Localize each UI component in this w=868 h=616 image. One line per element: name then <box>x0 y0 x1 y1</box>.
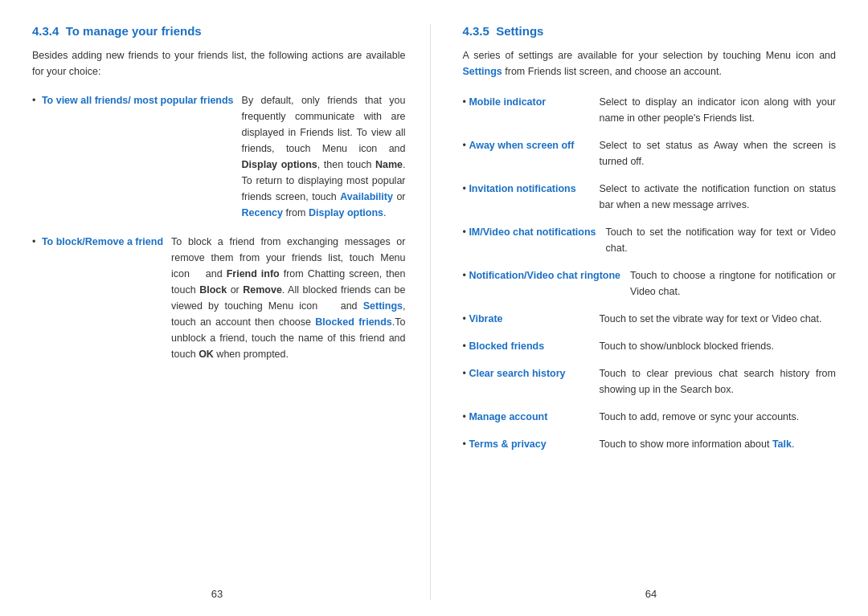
settings-desc-imvideo: Touch to set the notification way for te… <box>606 224 837 256</box>
left-section-title: 4.3.4 To manage your friends <box>32 24 406 38</box>
settings-term-blocked-friends: • Blocked friends <box>463 338 600 354</box>
page-footer: 63 64 <box>0 588 868 600</box>
settings-term-manage-account: • Manage account <box>463 409 600 425</box>
settings-desc-clear-search: Touch to clear previous chat search hist… <box>600 365 837 398</box>
settings-row-vibrate: • Vibrate Touch to set the vibrate way f… <box>463 311 837 327</box>
bullet-dot-2: • <box>32 236 35 247</box>
left-column: 4.3.4 To manage your friends Besides add… <box>32 24 431 600</box>
bullet-term-2: • To block/Remove a friend <box>32 234 171 250</box>
settings-term-away: • Away when screen off <box>463 137 600 153</box>
settings-row-mobile-indicator: • Mobile indicator Select to display an … <box>463 94 837 126</box>
settings-row-manage-account: • Manage account Touch to add, remove or… <box>463 409 837 425</box>
settings-row-terms-privacy: • Terms & privacy Touch to show more inf… <box>463 436 837 452</box>
right-column: 4.3.5 Settings A series of settings are … <box>431 24 837 600</box>
settings-row-blocked-friends: • Blocked friends Touch to show/unblock … <box>463 338 837 354</box>
settings-term-invitation: • Invitation notifications <box>463 181 600 197</box>
right-intro: A series of settings are available for y… <box>463 47 837 80</box>
settings-row-clear-search: • Clear search history Touch to clear pr… <box>463 365 837 398</box>
right-section-title: 4.3.5 Settings <box>463 24 837 38</box>
settings-row-imvideo: • IM/Video chat notifications Touch to s… <box>463 224 837 256</box>
bullet-label-2: To block/Remove a friend <box>42 236 163 247</box>
settings-desc-blocked-friends: Touch to show/unblock blocked friends. <box>600 338 775 354</box>
settings-term-vibrate: • Vibrate <box>463 311 600 327</box>
settings-term-ringtone: • Notification/Video chat ringtone <box>463 267 631 284</box>
settings-term-clear-search: • Clear search history <box>463 365 600 381</box>
settings-desc-manage-account: Touch to add, remove or sync your accoun… <box>600 409 800 425</box>
page-number-left: 63 <box>211 588 223 600</box>
settings-term-imvideo: • IM/Video chat notifications <box>463 224 606 240</box>
bullet-dot-1: • <box>32 95 35 106</box>
settings-desc-away: Select to set status as Away when the sc… <box>600 137 837 169</box>
bullet-label-1: To view all friends/ most popular friend… <box>42 95 234 106</box>
settings-table: • Mobile indicator Select to display an … <box>463 94 837 452</box>
bullet-desc-2: To block a friend from exchanging messag… <box>171 234 405 362</box>
settings-term-mobile-indicator: • Mobile indicator <box>463 94 600 110</box>
settings-row-ringtone: • Notification/Video chat ringtone Touch… <box>463 267 837 300</box>
bullet-desc-1: By default, only friends that you freque… <box>242 92 406 221</box>
settings-term-terms-privacy: • Terms & privacy <box>463 436 600 452</box>
settings-row-invitation: • Invitation notifications Select to act… <box>463 181 837 213</box>
settings-row-away: • Away when screen off Select to set sta… <box>463 137 837 169</box>
page-container: 4.3.4 To manage your friends Besides add… <box>0 0 868 616</box>
bullet-item-2: • To block/Remove a friend To block a fr… <box>32 234 406 362</box>
settings-desc-invitation: Select to activate the notification func… <box>600 181 837 213</box>
bullet-term-1: • To view all friends/ most popular frie… <box>32 92 242 108</box>
bullet-item-1: • To view all friends/ most popular frie… <box>32 92 406 221</box>
settings-desc-mobile-indicator: Select to display an indicator icon alon… <box>600 94 837 126</box>
left-intro: Besides adding new friends to your frien… <box>32 47 406 80</box>
page-number-right: 64 <box>645 588 657 600</box>
settings-desc-ringtone: Touch to choose a ringtone for notificat… <box>630 267 836 300</box>
settings-desc-terms-privacy: Touch to show more information about Tal… <box>600 436 795 452</box>
settings-desc-vibrate: Touch to set the vibrate way for text or… <box>600 311 822 327</box>
